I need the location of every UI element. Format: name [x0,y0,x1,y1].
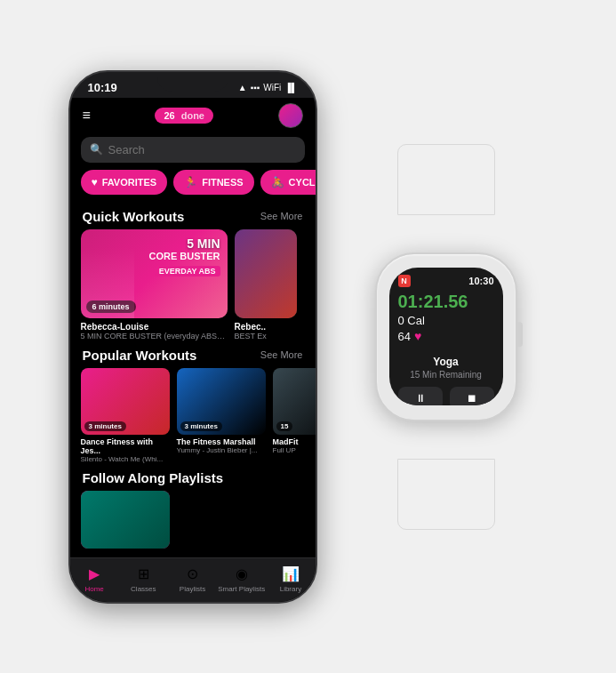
workout-name: Yoga [398,356,494,368]
quick-workout-card-small[interactable]: Rebec.. BEST Ex [235,229,297,341]
tab-library-label: Library [280,585,301,593]
thumb-overlay: 5 MIN CORE BUSTER EVERDAY ABS [148,236,220,277]
stop-icon: ⏹ [467,392,477,405]
tab-fitness-label: FITNESS [202,177,243,188]
badge-done: done [181,110,204,121]
quick-see-more[interactable]: See More [260,211,303,221]
phone-header: ≡ 26 done [70,98,316,133]
quick-workout-thumb-sm [235,229,297,318]
watch-body: 10:30 01:21.56 0 Cal 64 ♥ Yoga 15 Min Re… [375,252,517,421]
popular-card-1[interactable]: 3 minutes Dance Fitness with Jes... Sile… [81,368,170,463]
tab-cycling[interactable]: 🚴 CYCLING [260,170,316,195]
tab-smart-playlists[interactable]: ◉ Smart Playlists [217,565,266,593]
tab-playlists[interactable]: ⊙ Playlists [168,565,217,593]
quick-workouts-title: Quick Workouts [83,209,185,224]
signal-icon: ▪▪▪ [251,83,260,92]
library-icon: 📊 [282,565,300,582]
home-icon: ▶ [89,565,100,582]
watch-band-top [397,144,495,215]
tab-fitness[interactable]: 🏃 FITNESS [173,170,253,195]
filter-icon[interactable]: ≡ [83,108,91,124]
pop-author-1: Dance Fitness with Jes... [81,437,170,455]
pop-dur-1: 3 minutes [84,421,126,431]
quick-workouts-row: 5 MIN CORE BUSTER EVERDAY ABS 6 minutes … [70,229,316,341]
tab-cycling-label: CYCLING [289,177,316,188]
thumb-title-abs: EVERDAY ABS [155,266,220,276]
search-icon: 🔍 [90,143,103,156]
watch-controls: ⏸ ⏹ [398,387,494,405]
playlist-thumb-1[interactable] [81,491,170,549]
pop-dur-2: 3 minutes [180,421,222,431]
watch-status-bar: 10:30 [398,275,494,287]
popular-meta-2: The Fitness Marshall Yummy - Justin Bieb… [177,435,266,454]
smart-playlists-icon: ◉ [236,565,248,582]
fitness-icon: 🏃 [184,176,197,188]
popular-card-3[interactable]: 15 MadFit Full UP [273,368,316,463]
search-input[interactable] [108,143,296,156]
status-icons: ▲ ▪▪▪ WiFi ▐▌ [238,83,298,92]
heart-icon: ♥ [414,329,421,343]
phone: 10:19 ▲ ▪▪▪ WiFi ▐▌ ≡ 26 done 🔍 [68,70,317,604]
watch-band-bottom [397,459,495,530]
workout-remaining: 15 Min Remaining [398,370,494,380]
quick-workout-meta-sm: Rebec.. BEST Ex [235,318,297,341]
quick-workout-card-main[interactable]: 5 MIN CORE BUSTER EVERDAY ABS 6 minutes … [81,229,228,341]
popular-thumb-2: 3 minutes [177,368,266,435]
meta-author: Rebecca-Louise [81,322,228,332]
pop-author-3: MadFit [273,437,316,446]
calories: 0 Cal [398,314,494,327]
avatar[interactable] [278,103,303,128]
popular-card-2[interactable]: 3 minutes The Fitness Marshall Yummy - J… [177,368,266,463]
thumb-title-5min: 5 MIN [148,236,220,251]
heart-icon: ♥ [92,176,98,188]
pop-dur-3: 15 [276,421,293,431]
tab-classes-label: Classes [131,585,156,593]
tab-playlists-label: Playlists [180,585,205,593]
pop-author-2: The Fitness Marshall [177,437,266,446]
popular-cards-row: 3 minutes Dance Fitness with Jes... Sile… [70,368,316,463]
tab-bar: ▶ Home ⊞ Classes ⊙ Playlists ◉ Smart Pla… [70,557,316,602]
popular-meta-1: Dance Fitness with Jes... Silento - Watc… [81,435,170,463]
nf-icon [398,275,411,287]
cycling-icon: 🚴 [271,176,284,188]
phone-content: ≡ 26 done 🔍 ♥ FAVORITES 🏃 [70,98,316,602]
popular-workouts-title: Popular Workouts [83,348,197,363]
pop-desc-2: Yummy - Justin Bieber |... [177,446,266,454]
tab-favorites[interactable]: ♥ FAVORITES [81,170,168,195]
quick-workout-meta: Rebecca-Louise 5 MIN CORE BUSTER (everyd… [81,318,228,341]
scene: 10:19 ▲ ▪▪▪ WiFi ▐▌ ≡ 26 done 🔍 [51,52,566,621]
battery-icon: ▐▌ [284,83,297,92]
phone-notch [157,72,228,92]
tab-home[interactable]: ▶ Home [70,565,119,593]
workout-time: 01:21.56 [398,292,494,310]
popular-workouts-header: Popular Workouts See More [70,341,316,368]
meta-desc-sm: BEST Ex [235,332,297,341]
classes-icon: ⊞ [138,565,149,582]
watch-pause-button[interactable]: ⏸ [398,387,443,405]
notification-badge[interactable]: 26 done [155,108,213,124]
pause-icon: ⏸ [415,392,426,405]
watch-crown[interactable] [516,322,523,347]
quick-workout-thumb: 5 MIN CORE BUSTER EVERDAY ABS 6 minutes [81,229,228,318]
popular-thumb-3: 15 [273,368,316,435]
meta-author-sm: Rebec.. [235,322,297,332]
watch-stop-button[interactable]: ⏹ [450,387,494,405]
watch-time: 10:30 [468,276,493,286]
popular-meta-3: MadFit Full UP [273,435,316,454]
tab-home-label: Home [84,585,103,593]
pop-desc-3: Full UP [273,446,316,454]
meta-desc: 5 MIN CORE BUSTER (everyday ABS) for a F… [81,332,228,341]
status-time: 10:19 [88,81,117,94]
watch-screen: 10:30 01:21.56 0 Cal 64 ♥ Yoga 15 Min Re… [389,268,503,405]
playlists-title: Follow Along Playlists [83,470,224,485]
figure-silhouette [81,247,134,318]
popular-see-more[interactable]: See More [260,349,303,360]
badge-count: 26 [164,110,174,121]
tab-classes[interactable]: ⊞ Classes [119,565,168,593]
scrollable-content[interactable]: Quick Workouts See More 5 MIN CORE BUSTE… [70,202,316,557]
tab-library[interactable]: 📊 Library [266,565,315,593]
thumb-sm-bg [235,229,297,318]
popular-thumb-1: 3 minutes [81,368,170,435]
bluetooth-icon: ▲ [238,83,247,92]
search-bar[interactable]: 🔍 [81,137,305,163]
